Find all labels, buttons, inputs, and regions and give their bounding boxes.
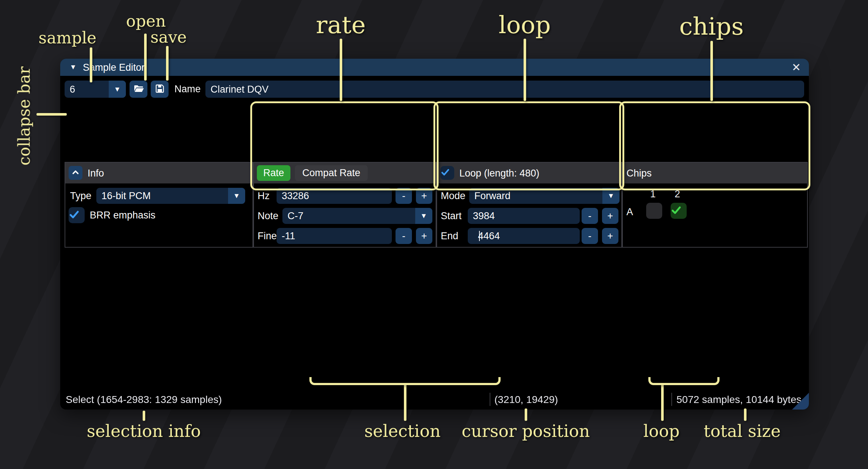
note-label: Note xyxy=(258,208,278,224)
name-input[interactable]: Clarinet DQV xyxy=(205,81,804,98)
annotation-label-cursor-position: cursor position xyxy=(462,421,590,441)
annotation-label-loop-marker: loop xyxy=(643,421,680,441)
annotation-pointer-line xyxy=(744,408,747,421)
annotation-pointer-line xyxy=(525,408,527,421)
annotation-pointer-line xyxy=(144,34,147,81)
fine-value: -11 xyxy=(282,230,295,242)
annotation-bracket xyxy=(648,377,720,385)
chip-1-checkbox[interactable] xyxy=(646,203,662,219)
fine-label: Fine xyxy=(258,228,277,244)
loop-start-increase-button[interactable]: + xyxy=(602,208,618,224)
annotation-highlight-box xyxy=(250,101,439,190)
note-value: C-7 xyxy=(288,210,304,222)
annotation-pointer-line xyxy=(90,47,92,82)
type-value: 16-bit PCM xyxy=(101,190,151,202)
loop-mode-value: Forward xyxy=(474,190,510,202)
loop-end-label: End xyxy=(441,228,458,244)
chevron-down-icon[interactable]: ▼ xyxy=(415,208,432,224)
loop-start-label: Start xyxy=(441,208,462,224)
chip-2-checkbox[interactable] xyxy=(671,203,687,219)
minus-icon: - xyxy=(402,230,405,242)
window-collapse-icon[interactable]: ▼ xyxy=(70,63,77,71)
annotation-label-chips: chips xyxy=(679,12,744,40)
check-icon xyxy=(69,209,85,222)
close-icon[interactable]: ✕ xyxy=(792,61,801,74)
annotation-pointer-line xyxy=(143,411,145,421)
annotation-pointer-line xyxy=(710,41,713,101)
chevron-down-icon[interactable]: ▼ xyxy=(228,188,245,204)
folder-open-icon xyxy=(133,83,144,96)
plus-icon: + xyxy=(607,230,613,242)
hz-value: 33286 xyxy=(282,190,309,202)
plus-icon: + xyxy=(421,230,427,242)
loop-start-value: 3984 xyxy=(473,210,495,222)
annotation-pointer-line xyxy=(166,46,169,81)
window-titlebar[interactable]: ▼ Sample Editor ✕ xyxy=(60,59,809,76)
plus-icon: + xyxy=(421,190,427,202)
annotation-pointer-line xyxy=(524,39,526,101)
annotation-pointer-line xyxy=(404,384,406,421)
open-sample-button[interactable] xyxy=(130,81,147,98)
note-select[interactable]: C-7 ▼ xyxy=(282,208,432,224)
name-label: Name xyxy=(174,81,201,98)
cursor-position-text: (3210, 19429) xyxy=(494,394,558,406)
brr-emphasis-checkbox[interactable] xyxy=(69,207,85,223)
brr-emphasis-label: BRR emphasis xyxy=(90,207,155,223)
annotation-bracket xyxy=(309,377,501,385)
type-select[interactable]: 16-bit PCM ▼ xyxy=(96,188,245,204)
status-bar: Select (1654-2983: 1329 samples) (3210, … xyxy=(60,389,809,410)
annotation-label-sample: sample xyxy=(39,28,97,47)
annotation-pointer-line xyxy=(36,113,67,116)
text-caret xyxy=(479,231,480,241)
sample-number: 6 xyxy=(70,84,75,95)
collapse-info-button[interactable] xyxy=(69,166,82,180)
info-panel-header: Info xyxy=(65,163,252,183)
annotation-pointer-line xyxy=(661,384,664,421)
annotation-label-total-size: total size xyxy=(703,421,780,441)
annotation-label-save: save xyxy=(150,28,187,46)
annotation-highlight-box xyxy=(619,101,810,190)
desktop-background: ▼ Sample Editor ✕ 6 ▼ Name Clarinet DQV … xyxy=(0,0,868,469)
loop-end-input[interactable]: 4464 xyxy=(468,228,580,244)
minus-icon: - xyxy=(588,230,591,242)
sample-selector[interactable]: 6 ▼ xyxy=(65,81,126,98)
annotation-highlight-box xyxy=(433,101,624,190)
minus-icon: - xyxy=(588,210,591,222)
check-icon xyxy=(671,205,687,217)
chevron-down-icon[interactable]: ▼ xyxy=(109,81,126,98)
type-label: Type xyxy=(70,188,92,204)
loop-end-decrease-button[interactable]: - xyxy=(582,228,598,244)
name-value: Clarinet DQV xyxy=(211,84,269,95)
save-sample-button[interactable] xyxy=(151,81,169,98)
loop-end-value: 4464 xyxy=(478,230,500,242)
status-separator xyxy=(671,393,672,406)
annotation-label-selection-info: selection info xyxy=(87,421,201,441)
annotation-label-collapse-bar: collapse bar xyxy=(15,66,34,166)
loop-end-increase-button[interactable]: + xyxy=(602,228,618,244)
annotation-pointer-line xyxy=(340,39,342,101)
fine-decrease-button[interactable]: - xyxy=(396,228,412,244)
selection-info-text: Select (1654-2983: 1329 samples) xyxy=(66,394,222,406)
minus-icon: - xyxy=(402,190,405,202)
chip-row-label: A xyxy=(626,204,633,220)
total-size-text: 5072 samples, 10144 bytes xyxy=(676,394,801,406)
save-icon xyxy=(154,83,165,96)
annotation-label-rate: rate xyxy=(316,11,366,39)
info-panel-title: Info xyxy=(88,167,104,179)
plus-icon: + xyxy=(607,210,613,222)
loop-start-decrease-button[interactable]: - xyxy=(582,208,598,224)
status-separator xyxy=(490,393,490,406)
chevron-up-icon xyxy=(71,167,80,178)
loop-start-input[interactable]: 3984 xyxy=(468,208,580,224)
info-panel: Info Type 16-bit PCM ▼ BRR emphasis xyxy=(65,162,253,248)
fine-increase-button[interactable]: + xyxy=(416,228,432,244)
fine-input[interactable]: -11 xyxy=(277,228,392,244)
annotation-label-loop: loop xyxy=(499,11,551,39)
annotation-label-selection: selection xyxy=(364,421,440,441)
